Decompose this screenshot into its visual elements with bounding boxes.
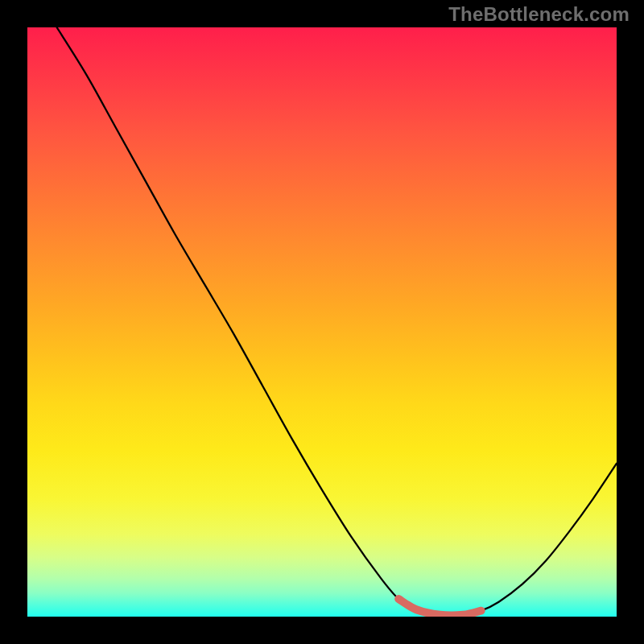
optimal-range-highlight — [398, 599, 481, 615]
plot-area — [27, 27, 617, 617]
chart-svg — [27, 27, 617, 617]
chart-frame: TheBottleneck.com — [0, 0, 644, 644]
bottleneck-curve — [57, 27, 617, 616]
watermark-text: TheBottleneck.com — [448, 3, 630, 26]
